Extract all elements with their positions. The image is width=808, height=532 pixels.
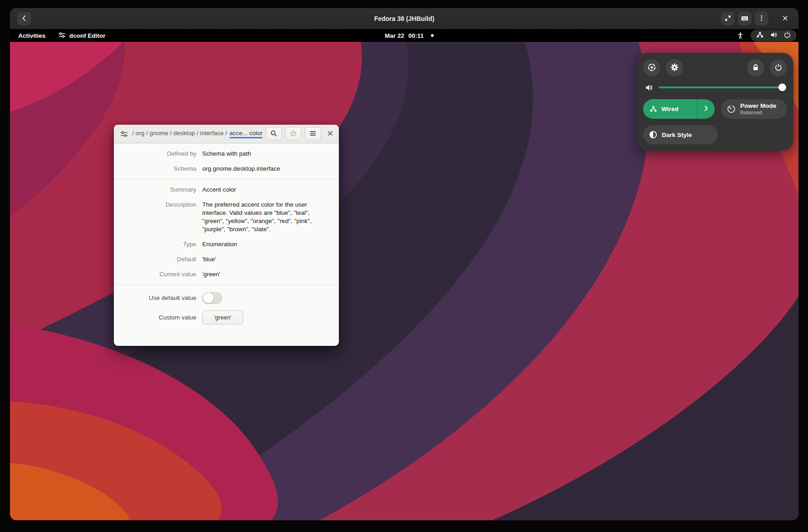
power-menu-button[interactable] (770, 59, 787, 76)
path-bar[interactable]: / org / gnome / desktop / interface / ac… (132, 130, 262, 138)
power-mode-button[interactable]: Power Mode Balanced (721, 99, 787, 119)
current-value-row: Current value 'green' (114, 267, 339, 282)
chevron-left-icon (20, 15, 28, 23)
window-close-button[interactable] (327, 130, 333, 138)
summary-row: Summary Accent color (114, 182, 339, 197)
wired-toggle-button[interactable]: Wired (643, 99, 715, 119)
lock-button[interactable] (747, 59, 764, 76)
custom-value-label: Custom value (114, 314, 196, 322)
key-details: Defined by Schema with path Schema org.g… (114, 143, 339, 327)
dconf-editor-window: / org / gnome / desktop / interface / ac… (114, 125, 339, 346)
power-icon (774, 63, 782, 73)
power-profile-icon (727, 105, 736, 113)
row-label: Current value (114, 270, 196, 279)
accessibility-icon[interactable] (736, 32, 744, 40)
close-icon (327, 130, 333, 138)
app-menu-button[interactable]: dconf Editor (58, 31, 106, 40)
activities-button[interactable]: Activities (18, 32, 46, 39)
vm-viewer-window: Fedora 38 (JHBuild) (10, 8, 798, 520)
row-label: Schema (114, 165, 196, 173)
row-label: Default (114, 255, 196, 263)
screenshot-button[interactable] (643, 59, 660, 76)
description-row: Description The preferred accent color f… (114, 197, 339, 237)
wired-network-icon (649, 105, 657, 113)
wired-toggle-main[interactable]: Wired (643, 99, 697, 119)
chevron-right-icon (703, 105, 709, 113)
keyboard-button[interactable] (738, 12, 752, 25)
desktop: Wired (10, 42, 798, 520)
screen: Fedora 38 (JHBuild) (0, 0, 808, 532)
quick-settings-toprow (643, 59, 787, 76)
defined-by-row: Defined by Schema with path (114, 146, 339, 161)
hamburger-icon (309, 130, 317, 138)
bookmark-button[interactable] (285, 127, 302, 141)
menu-button[interactable] (755, 12, 768, 25)
volume-slider-fill (659, 86, 782, 88)
custom-value-row: Custom value 'green' (114, 307, 339, 327)
vm-titlebar: Fedora 38 (JHBuild) (10, 8, 798, 29)
system-menu-button[interactable] (751, 30, 797, 41)
app-menu-label: dconf Editor (69, 32, 106, 39)
use-default-label: Use default value (114, 294, 196, 302)
row-label: Description (114, 201, 196, 209)
quick-settings-panel: Wired (637, 53, 793, 151)
star-icon (290, 130, 297, 138)
screenshot-icon (648, 63, 656, 73)
dark-style-icon (649, 131, 657, 139)
vm-close-button[interactable] (778, 12, 792, 25)
row-value: 'blue' (202, 255, 320, 263)
wired-expand-button[interactable] (697, 99, 715, 119)
volume-slider[interactable] (659, 86, 786, 88)
volume-icon (770, 31, 777, 40)
kebab-menu-icon (758, 15, 765, 23)
fullscreen-button[interactable] (721, 12, 735, 25)
row-label: Summary (114, 186, 196, 194)
power-mode-subtitle: Balanced (740, 110, 777, 116)
vm-window-title: Fedora 38 (JHBuild) (374, 15, 434, 22)
use-default-row: Use default value (114, 288, 339, 307)
dconf-headerbar: / org / gnome / desktop / interface / ac… (114, 125, 339, 143)
row-value: Enumeration (202, 240, 320, 248)
gear-icon (670, 63, 679, 73)
row-label: Type (114, 240, 196, 248)
custom-value-button[interactable]: 'green' (202, 310, 243, 324)
use-default-toggle[interactable] (202, 292, 222, 304)
volume-icon (644, 83, 653, 92)
row-value: 'green' (202, 270, 320, 279)
keyboard-icon (741, 14, 749, 24)
lock-icon (752, 63, 760, 73)
vm-titlebar-controls (721, 12, 792, 25)
toggles-row-1: Wired (643, 99, 787, 119)
search-icon (270, 130, 277, 138)
dark-style-label: Dark Style (662, 132, 692, 138)
main-menu-button[interactable] (305, 127, 321, 141)
schema-row: Schema org.gnome.desktop.interface (114, 161, 339, 176)
row-label: Defined by (114, 150, 196, 158)
volume-slider-knob[interactable] (778, 84, 786, 91)
path-prefix[interactable]: / org / gnome / desktop / interface / (132, 130, 227, 137)
settings-button[interactable] (666, 59, 683, 76)
notification-dot (431, 34, 434, 37)
volume-row (643, 83, 787, 92)
row-value: org.gnome.desktop.interface (202, 165, 320, 173)
row-value: Schema with path (202, 150, 320, 158)
dconf-app-icon (58, 31, 66, 40)
close-icon (782, 15, 788, 23)
path-current-key[interactable]: acce... color (230, 130, 263, 138)
type-row: Type Enumeration (114, 237, 339, 252)
gnome-top-bar: Activities dconf Editor Mar 22 00:11 (10, 29, 798, 42)
clock-button[interactable]: Mar 22 00:11 (385, 32, 424, 39)
toggle-knob (203, 292, 214, 304)
row-value: Accent color (202, 186, 320, 194)
clock-date: Mar 22 (385, 32, 404, 39)
search-button[interactable] (266, 127, 282, 141)
default-row: Default 'blue' (114, 252, 339, 267)
wired-network-icon (756, 31, 764, 40)
status-area (736, 29, 797, 42)
power-mode-title: Power Mode (740, 102, 777, 110)
separator (114, 284, 339, 285)
clock-time: 00:11 (408, 32, 424, 39)
back-button[interactable] (17, 12, 31, 25)
dconf-icon (120, 130, 128, 138)
dark-style-button[interactable]: Dark Style (643, 125, 718, 144)
